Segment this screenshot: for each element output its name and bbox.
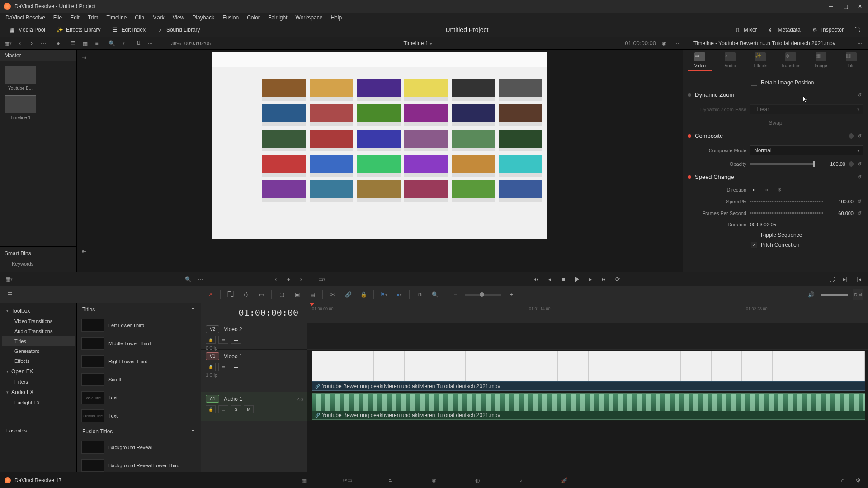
tree-video-transitions[interactable]: Video Transitions (2, 316, 75, 326)
fps-value[interactable]: 60.000 (826, 211, 854, 216)
go-to-start-button[interactable]: ⏮ (532, 275, 541, 284)
title-item[interactable]: Scroll (77, 371, 201, 389)
lock-icon[interactable]: 🔒 (206, 405, 216, 413)
arrow-tool[interactable]: ➚ (205, 289, 216, 300)
tree-openfx[interactable]: ▾Open FX (2, 366, 75, 377)
speed-value[interactable]: 100.00 (826, 199, 854, 204)
inspector-toggle[interactable]: ⚙Inspector (807, 24, 848, 35)
retain-image-checkbox[interactable] (751, 80, 757, 86)
solo-icon[interactable]: S (231, 405, 241, 413)
menu-clip[interactable]: Clip (131, 14, 148, 22)
track-lane-v2[interactable] (307, 323, 868, 350)
arm-icon[interactable]: ▭ (218, 405, 228, 413)
mute-toggle[interactable]: 🔊 (806, 289, 816, 300)
menu-help[interactable]: Help (327, 14, 345, 22)
prev-edit-button[interactable]: ▸| (841, 275, 850, 284)
search-button[interactable]: 🔍 (107, 40, 116, 47)
close-button[interactable]: ✕ (855, 2, 864, 11)
menu-fusion[interactable]: Fusion (219, 14, 242, 22)
timeline-thumb[interactable]: Timeline 1 (5, 95, 36, 120)
speed-slider[interactable] (750, 201, 823, 202)
auto-select-icon[interactable]: ▭ (218, 363, 228, 371)
menu-timeline[interactable]: Timeline (103, 14, 130, 22)
menu-trim[interactable]: Trim (84, 14, 102, 22)
reset-icon[interactable]: ↺ (857, 161, 863, 167)
menu-file[interactable]: File (50, 14, 66, 22)
page-media[interactable]: ▦ (296, 472, 312, 488)
record-icon[interactable]: ● (54, 40, 63, 47)
page-fusion[interactable]: ◉ (426, 472, 442, 488)
tree-audio-transitions[interactable]: Audio Transitions (2, 326, 75, 336)
sort-button[interactable]: ⇅ (134, 40, 143, 47)
dim-toggle[interactable]: DIM (853, 289, 863, 300)
mixer-toggle[interactable]: ⎍Mixer (729, 24, 761, 35)
pool-more[interactable]: ⋯ (39, 40, 48, 47)
menu-edit[interactable]: Edit (66, 14, 83, 22)
tree-filters[interactable]: Filters (2, 377, 75, 387)
lock-icon[interactable]: 🔒 (206, 336, 216, 344)
go-to-end-button[interactable]: ⏭ (599, 275, 609, 284)
track-lane-a1[interactable]: 🔗Youtube Bewertung deaktivieren und akti… (307, 392, 868, 421)
inspector-options[interactable]: ⋯ (855, 40, 864, 47)
marker-tool[interactable]: ●▾ (394, 289, 405, 300)
page-edit[interactable]: ⎌ (382, 472, 399, 488)
effects-library-toggle[interactable]: ✨Effects Library (52, 24, 105, 35)
inspector-tab-video[interactable]: ▭Video (688, 52, 712, 71)
reset-icon[interactable]: ↺ (857, 210, 863, 216)
video-clip[interactable]: 🔗Youtube Bewertung deaktivieren und akti… (312, 351, 865, 391)
nav-back[interactable]: ‹ (15, 40, 24, 47)
timeline-zoom-slider[interactable] (465, 294, 501, 296)
snap-toggle[interactable]: ⧉ (414, 289, 425, 300)
fusion-title-item[interactable]: Background Reveal (77, 438, 201, 456)
position-lock[interactable]: 🔒 (358, 289, 369, 300)
speed-change-toggle[interactable] (688, 175, 691, 179)
title-item[interactable]: Custom TitleText+ (77, 407, 201, 425)
keyframe-icon[interactable] (848, 132, 854, 139)
lock-icon[interactable]: 🔒 (206, 363, 216, 371)
trim-tool[interactable]: ⎾⏌ (225, 289, 236, 300)
timeline-ruler[interactable]: 01:00:00:00 01:01:14:00 01:02:28:00 (307, 303, 868, 323)
menu-fairlight[interactable]: Fairlight (264, 14, 291, 22)
sound-library-toggle[interactable]: ♪Sound Library (152, 24, 205, 35)
menu-color[interactable]: Color (243, 14, 264, 22)
reset-icon[interactable]: ↺ (857, 174, 863, 180)
direction-freeze-button[interactable]: ❄ (775, 187, 783, 193)
thumb-view[interactable]: ▦ (80, 40, 90, 47)
menu-playback[interactable]: Playback (189, 14, 218, 22)
link-tool[interactable]: 🔗 (343, 289, 354, 300)
pool-options[interactable]: ⋯ (146, 40, 155, 47)
list-view[interactable]: ≡ (92, 40, 101, 47)
page-deliver[interactable]: 🚀 (556, 472, 572, 488)
title-item[interactable]: Middle Lower Third (77, 334, 201, 352)
tree-titles[interactable]: Titles (2, 336, 75, 346)
edit-index-toggle[interactable]: ☰Edit Index (107, 24, 150, 35)
track-header-v1[interactable]: V1Video 1 🔒▭▬ 1 Clip (201, 350, 307, 392)
tree-audiofx[interactable]: ▾Audio FX (2, 387, 75, 398)
search-dropdown[interactable]: ▾ (119, 40, 128, 47)
keyframe-icon[interactable] (848, 161, 854, 167)
tree-effects[interactable]: Effects (2, 356, 75, 366)
page-cut[interactable]: ✂▭ (339, 472, 355, 488)
title-item[interactable]: Basic TitleText (77, 389, 201, 407)
timeline-view-options[interactable]: ☰ (5, 289, 15, 300)
next-edit-button[interactable]: |◂ (854, 275, 863, 284)
maximize-button[interactable]: ▢ (841, 2, 850, 11)
timeline-timecode-big[interactable]: 01:00:00:00 (201, 303, 307, 323)
home-button[interactable]: ⌂ (837, 475, 848, 486)
viewer-options[interactable]: ⋯ (672, 40, 681, 47)
track-header-v2[interactable]: V2Video 2 🔒▭▬ 0 Clip (201, 323, 307, 350)
audio-clip[interactable]: 🔗Youtube Bewertung deaktivieren und akti… (312, 393, 865, 420)
inspector-tab-effects[interactable]: ✨Effects (749, 52, 772, 71)
track-header-a1[interactable]: A1Audio 12.0 🔒▭SM (201, 392, 307, 421)
direction-reverse-button[interactable]: « (763, 187, 771, 193)
tree-toolbox[interactable]: ▾Toolbox (2, 305, 75, 316)
dz-ease-select[interactable]: Linear▾ (750, 104, 863, 114)
playhead[interactable] (312, 303, 312, 461)
replace-tool[interactable]: ▤ (307, 289, 318, 300)
play-button[interactable] (572, 275, 581, 284)
timeline-viewer[interactable]: ⇥ (77, 50, 683, 272)
pitch-correction-checkbox[interactable]: ✓ (751, 242, 757, 248)
fps-slider[interactable] (750, 212, 823, 214)
menu-view[interactable]: View (169, 14, 188, 22)
title-item[interactable]: Right Lower Third (77, 352, 201, 371)
